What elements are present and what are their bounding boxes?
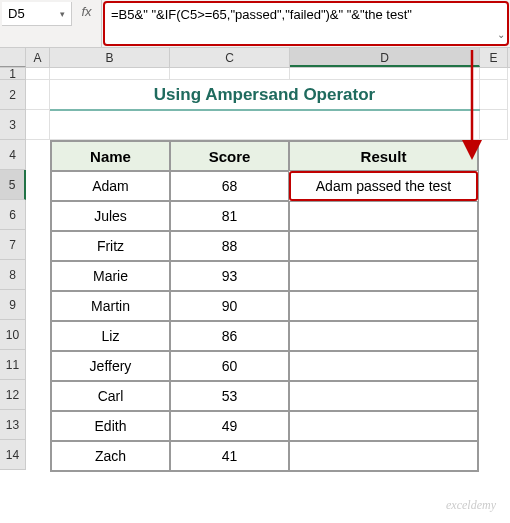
name-box-value: D5 <box>8 6 25 21</box>
row-header-8[interactable]: 8 <box>0 260 26 290</box>
title-underline <box>50 109 480 111</box>
cell-B6[interactable]: Jules <box>51 201 170 231</box>
cell-D6[interactable] <box>289 201 478 231</box>
select-all-corner[interactable] <box>0 48 26 67</box>
fx-text: fx <box>81 4 91 19</box>
row-header-4[interactable]: 4 <box>0 140 26 170</box>
formula-text: =B5&" "&IF(C5>=65,"passed","failed")&" "… <box>111 7 412 22</box>
cell-A2[interactable] <box>26 80 50 110</box>
cell-B5[interactable]: Adam <box>51 171 170 201</box>
cell-B13[interactable]: Edith <box>51 411 170 441</box>
cell-B14[interactable]: Zach <box>51 441 170 471</box>
fx-label[interactable]: fx <box>72 0 102 47</box>
cell-C1[interactable] <box>170 68 290 80</box>
cell-B8[interactable]: Marie <box>51 261 170 291</box>
cell-B7[interactable]: Fritz <box>51 231 170 261</box>
formula-bar: D5 ▾ fx =B5&" "&IF(C5>=65,"passed","fail… <box>0 0 510 48</box>
cell-C13[interactable]: 49 <box>170 411 289 441</box>
row-header-13[interactable]: 13 <box>0 410 26 440</box>
cell-C14[interactable]: 41 <box>170 441 289 471</box>
header-result[interactable]: Result <box>289 141 478 171</box>
cell-C11[interactable]: 60 <box>170 351 289 381</box>
row-header-2[interactable]: 2 <box>0 80 26 110</box>
header-name[interactable]: Name <box>51 141 170 171</box>
row-header-11[interactable]: 11 <box>0 350 26 380</box>
row-headers: 1 2 3 4 5 6 7 8 9 10 11 12 13 14 <box>0 68 26 470</box>
cell-B1[interactable] <box>50 68 170 80</box>
cell-A1[interactable] <box>26 68 50 80</box>
col-header-A[interactable]: A <box>26 48 50 67</box>
cell-D7[interactable] <box>289 231 478 261</box>
col-header-D[interactable]: D <box>290 48 480 67</box>
cell-D13[interactable] <box>289 411 478 441</box>
formula-input[interactable]: =B5&" "&IF(C5>=65,"passed","failed")&" "… <box>103 1 509 46</box>
cell-D12[interactable] <box>289 381 478 411</box>
cell-C9[interactable]: 90 <box>170 291 289 321</box>
cell-D10[interactable] <box>289 321 478 351</box>
row-header-6[interactable]: 6 <box>0 200 26 230</box>
cell-C5[interactable]: 68 <box>170 171 289 201</box>
row-header-1[interactable]: 1 <box>0 68 26 80</box>
row-header-10[interactable]: 10 <box>0 320 26 350</box>
cell-E1[interactable] <box>480 68 508 80</box>
cell-C6[interactable]: 81 <box>170 201 289 231</box>
title-cell[interactable]: Using Ampersand Operator <box>50 80 480 110</box>
row-header-3[interactable]: 3 <box>0 110 26 140</box>
col-header-B[interactable]: B <box>50 48 170 67</box>
row-header-9[interactable]: 9 <box>0 290 26 320</box>
cell-B10[interactable]: Liz <box>51 321 170 351</box>
row-header-5[interactable]: 5 <box>0 170 26 200</box>
col-header-E[interactable]: E <box>480 48 508 67</box>
cell-D1[interactable] <box>290 68 480 80</box>
header-score[interactable]: Score <box>170 141 289 171</box>
spreadsheet-grid: A B C D E 1 2 3 4 5 6 7 8 9 10 11 12 13 … <box>0 48 510 470</box>
cell-C3[interactable] <box>170 110 290 140</box>
cell-D3[interactable] <box>290 110 480 140</box>
cell-C7[interactable]: 88 <box>170 231 289 261</box>
cell-B12[interactable]: Carl <box>51 381 170 411</box>
cell-D9[interactable] <box>289 291 478 321</box>
cell-B3[interactable] <box>50 110 170 140</box>
cell-D5[interactable]: Adam passed the test <box>289 171 478 201</box>
name-box-dropdown-icon[interactable]: ▾ <box>60 9 65 19</box>
watermark: exceldemy <box>446 498 496 513</box>
cell-B11[interactable]: Jeffery <box>51 351 170 381</box>
callout-arrow <box>462 50 482 163</box>
cell-C10[interactable]: 86 <box>170 321 289 351</box>
column-headers: A B C D E <box>0 48 510 68</box>
row-header-14[interactable]: 14 <box>0 440 26 470</box>
row-header-7[interactable]: 7 <box>0 230 26 260</box>
cell-B9[interactable]: Martin <box>51 291 170 321</box>
cell-E3[interactable] <box>480 110 508 140</box>
cell-D14[interactable] <box>289 441 478 471</box>
col-header-C[interactable]: C <box>170 48 290 67</box>
row-header-12[interactable]: 12 <box>0 380 26 410</box>
cells-area[interactable]: Using Ampersand Operator Name Score Resu… <box>26 68 510 470</box>
cell-D8[interactable] <box>289 261 478 291</box>
name-box[interactable]: D5 ▾ <box>2 2 72 26</box>
cell-A3[interactable] <box>26 110 50 140</box>
cell-D11[interactable] <box>289 351 478 381</box>
data-table: Name Score Result Adam 68 Adam passed th… <box>50 140 479 472</box>
cell-E2[interactable] <box>480 80 508 110</box>
formula-expand-icon[interactable]: ⌄ <box>497 28 505 42</box>
cell-C12[interactable]: 53 <box>170 381 289 411</box>
sheet-title: Using Ampersand Operator <box>154 85 375 105</box>
cell-C8[interactable]: 93 <box>170 261 289 291</box>
